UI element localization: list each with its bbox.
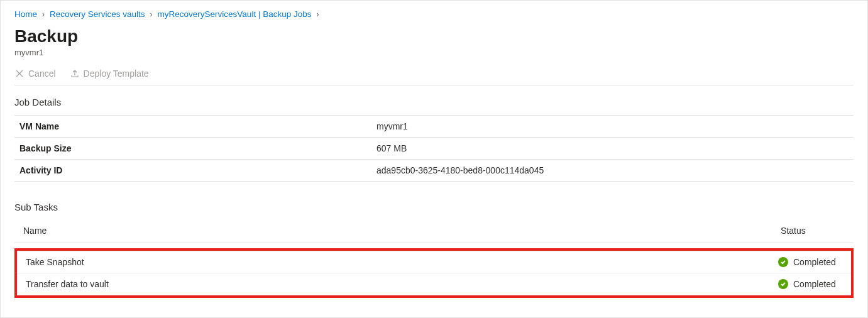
table-row: Transfer data to vault Completed (17, 273, 851, 295)
status-text: Completed (793, 279, 836, 289)
toolbar: Cancel Deploy Template (14, 69, 854, 85)
backup-size-label: Backup Size (14, 138, 371, 160)
table-row: VM Name myvmr1 (14, 116, 854, 138)
upload-icon (70, 69, 80, 79)
table-row: Take Snapshot Completed (17, 251, 851, 273)
check-circle-icon (778, 257, 788, 267)
check-circle-icon (778, 279, 788, 289)
status-badge: Completed (778, 279, 842, 289)
status-badge: Completed (778, 257, 842, 267)
deploy-template-button[interactable]: Deploy Template (70, 69, 149, 79)
status-text: Completed (793, 257, 836, 267)
column-header-name[interactable]: Name (14, 220, 772, 243)
breadcrumb-backup-jobs[interactable]: myRecoveryServicesVault | Backup Jobs (158, 9, 312, 19)
table-row: Activity ID ada95cb0-3625-4180-bed8-000c… (14, 160, 854, 182)
breadcrumb-home[interactable]: Home (14, 9, 37, 19)
activity-id-label: Activity ID (14, 160, 371, 182)
chevron-right-icon: › (42, 10, 45, 19)
job-details-table: VM Name myvmr1 Backup Size 607 MB Activi… (14, 115, 854, 182)
breadcrumb-vaults[interactable]: Recovery Services vaults (50, 9, 145, 19)
job-details-header: Job Details (14, 97, 854, 107)
sub-tasks-highlight-box: Take Snapshot Completed Transfer data to… (14, 248, 854, 298)
page-title: Backup (14, 26, 854, 47)
cancel-button-label: Cancel (28, 69, 56, 79)
sub-tasks-header-row: Name Status (14, 220, 854, 243)
page-subtitle: myvmr1 (14, 48, 854, 57)
task-name: Take Snapshot (17, 251, 769, 273)
vm-name-value: myvmr1 (371, 116, 854, 138)
column-header-status[interactable]: Status (772, 220, 854, 243)
vm-name-label: VM Name (14, 116, 371, 138)
breadcrumb: Home › Recovery Services vaults › myReco… (14, 9, 854, 19)
task-name: Transfer data to vault (17, 273, 769, 295)
deploy-template-label: Deploy Template (84, 69, 149, 79)
chevron-right-icon: › (316, 10, 319, 19)
close-icon (14, 69, 25, 79)
table-row: Backup Size 607 MB (14, 138, 854, 160)
backup-size-value: 607 MB (371, 138, 854, 160)
cancel-button[interactable]: Cancel (14, 69, 56, 79)
sub-tasks-table: Name Status (14, 220, 854, 243)
activity-id-value: ada95cb0-3625-4180-bed8-000c114da045 (371, 160, 854, 182)
chevron-right-icon: › (150, 10, 153, 19)
sub-tasks-header: Sub Tasks (14, 202, 854, 212)
